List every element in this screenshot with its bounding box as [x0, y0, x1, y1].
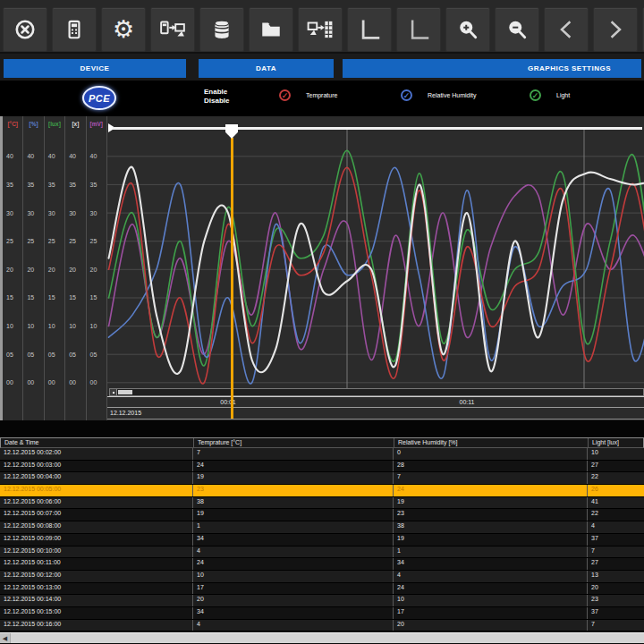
zoom-in-button[interactable]	[445, 7, 490, 52]
next-button[interactable]	[593, 7, 638, 52]
export-to-table-button[interactable]	[298, 7, 343, 52]
settings-button[interactable]: ⚙	[101, 7, 146, 52]
axis-tool-left-button[interactable]	[347, 7, 392, 52]
table-row[interactable]: 12.12.2015 00:08:00 1 38 4	[0, 521, 644, 534]
light-checkbox[interactable]: ✓	[530, 89, 541, 101]
disable-label: Disable	[204, 97, 229, 106]
table-header: Date & Time Temprature [°C] Relative Hum…	[0, 437, 644, 448]
axis-tick: 20	[3, 255, 22, 284]
close-button[interactable]	[3, 7, 47, 52]
table-row[interactable]: 12.12.2015 00:03:00 24 28 27	[0, 461, 644, 473]
cell-light: 22	[588, 472, 644, 484]
time-slider-track[interactable]	[113, 127, 642, 130]
cell-light: 10	[588, 448, 644, 460]
database-button[interactable]	[199, 7, 244, 52]
axis-tick: 00	[45, 369, 64, 397]
cell-humidity: 0	[394, 448, 588, 460]
column-header-temperature[interactable]: Temprature [°C]	[194, 438, 394, 447]
axis-tick: 20	[45, 255, 64, 284]
chart-horizontal-scrollbar[interactable]	[109, 388, 644, 396]
table-row[interactable]: 12.12.2015 00:09:00 34 19 37	[0, 534, 644, 547]
axis-corner-icon	[405, 16, 432, 43]
y-axis-unit-label: [mV]	[87, 121, 106, 127]
zoom-in-icon	[455, 17, 480, 42]
table-row[interactable]: 12.12.2015 00:15:00 34 17 37	[0, 607, 644, 620]
table-row[interactable]: 12.12.2015 00:06:00 38 19 41	[0, 497, 644, 510]
zoom-out-button[interactable]	[495, 7, 539, 52]
table-horizontal-scrollbar[interactable]: ◀	[0, 632, 644, 643]
cell-light: 20	[588, 583, 644, 595]
table-row[interactable]: 12.12.2015 00:13:00 17 24 20	[0, 583, 644, 596]
scrollbar-home-icon[interactable]	[110, 389, 117, 395]
y-axes: [°C] 403530252015100500 [%] 403530252015…	[3, 116, 107, 420]
axis-tick: 35	[23, 171, 43, 199]
cell-light: 7	[588, 620, 644, 631]
cell-datetime: 12.12.2015 00:06:00	[0, 497, 193, 509]
chart-cursor[interactable]	[231, 138, 233, 419]
cell-temperature: 34	[193, 534, 394, 546]
table-row[interactable]: 12.12.2015 00:05:00 23 24 26	[0, 485, 644, 497]
scrollbar-thumb[interactable]	[118, 390, 132, 394]
read-from-device-button[interactable]	[150, 7, 195, 52]
axis-tick: 10	[23, 312, 43, 341]
axis-tick: 25	[87, 227, 106, 256]
chart-plot[interactable]: 00:01 00:11 12.12.2015	[107, 116, 644, 420]
cell-humidity: 20	[394, 620, 588, 631]
tab-graphics-settings[interactable]: GRAPHICS SETTINGS	[343, 59, 641, 78]
table-row[interactable]: 12.12.2015 00:16:00 4 20 7	[0, 620, 644, 632]
channel-bar: PCE Enable Disable ✓ Temprature ✓ Relati…	[0, 80, 644, 116]
cell-datetime: 12.12.2015 00:10:00	[0, 547, 193, 558]
column-header-datetime[interactable]: Date & Time	[1, 438, 194, 447]
table-row[interactable]: 12.12.2015 00:07:00 19 23 22	[0, 509, 644, 521]
axis-tick: 25	[3, 227, 22, 256]
axis-tick: 20	[65, 255, 85, 284]
date-label: 12.12.2015	[110, 410, 141, 416]
axis-tool-bottom-button[interactable]	[396, 7, 441, 52]
date-axis: 12.12.2015	[107, 407, 644, 419]
axis-tick: 25	[23, 227, 43, 256]
cell-datetime: 12.12.2015 00:14:00	[0, 595, 193, 606]
cell-light: 37	[588, 534, 644, 546]
column-header-humidity[interactable]: Relative Humidity [%]	[394, 438, 589, 447]
scroll-left-arrow-icon[interactable]: ◀	[0, 633, 11, 643]
enable-label: Enable	[204, 88, 229, 97]
table-row[interactable]: 12.12.2015 00:04:00 19 7 22	[0, 472, 644, 485]
database-icon	[210, 18, 233, 41]
open-file-button[interactable]	[249, 7, 293, 52]
cell-temperature: 10	[193, 571, 394, 582]
table-row[interactable]: 12.12.2015 00:12:00 10 4 13	[0, 571, 644, 583]
axis-tick: 00	[23, 369, 43, 397]
table-row[interactable]: 12.12.2015 00:02:00 7 0 10	[0, 448, 644, 461]
cell-temperature: 34	[193, 607, 394, 619]
table-row[interactable]: 12.12.2015 00:10:00 4 1 7	[0, 547, 644, 559]
device-button[interactable]	[52, 7, 97, 52]
cell-datetime: 12.12.2015 00:05:00	[0, 485, 193, 496]
cell-light: 22	[588, 509, 644, 521]
axis-tick: 00	[87, 369, 106, 397]
temperature-checkbox[interactable]: ✓	[279, 89, 291, 101]
axis-tick: 10	[3, 312, 22, 341]
cell-humidity: 17	[394, 607, 588, 619]
pce-logger-app: { "toolbar": { "buttons": [ {"name":"clo…	[0, 0, 644, 644]
y-axis-unit-label: [x]	[65, 121, 85, 127]
axis-tick: 30	[65, 199, 85, 227]
previous-button[interactable]	[544, 7, 589, 52]
tab-data[interactable]: DATA	[199, 59, 334, 78]
tab-device[interactable]: DEVICE	[4, 59, 186, 78]
axis-tick: 15	[23, 284, 43, 312]
humidity-checkbox[interactable]: ✓	[401, 89, 412, 101]
cell-humidity: 24	[394, 583, 588, 595]
cell-temperature: 24	[193, 558, 394, 570]
cell-humidity: 23	[394, 509, 588, 521]
cell-datetime: 12.12.2015 00:16:00	[0, 620, 193, 631]
cell-humidity: 28	[394, 461, 588, 472]
divider	[0, 420, 644, 437]
cell-temperature: 19	[193, 509, 394, 521]
table-row[interactable]: 12.12.2015 00:11:00 24 34 27	[0, 558, 644, 571]
x-tick-label: 00:01	[215, 399, 242, 405]
cell-temperature: 23	[193, 485, 394, 496]
column-header-light[interactable]: Light [lux]	[589, 438, 643, 447]
cell-light: 41	[588, 497, 644, 509]
table-row[interactable]: 12.12.2015 00:14:00 20 10 23	[0, 595, 644, 607]
gear-icon: ⚙	[113, 18, 134, 42]
